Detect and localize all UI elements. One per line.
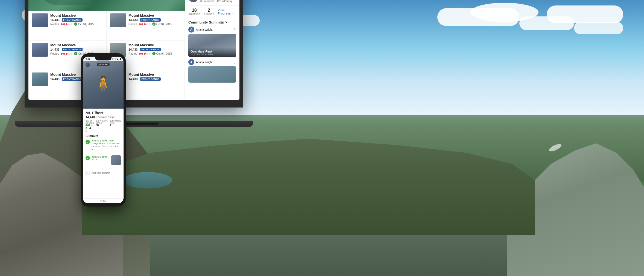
range-3: FRONT RANGE bbox=[62, 48, 83, 51]
post-user-1: A Ariana Wright bbox=[188, 27, 212, 33]
cloud-13 bbox=[574, 22, 623, 34]
phone-location-bar: Mt Elbert bbox=[96, 63, 110, 66]
mountain-item-1[interactable]: Mount Massive 14,433' FRONT RANGE Routes bbox=[28, 11, 107, 41]
app-ui: C Colorado 14ers Mountains Colorado(58) … bbox=[28, 0, 239, 100]
phone-body: 9:41 ●●● ▲ ▮ 🧍 ‹ Mt Elbert M bbox=[81, 53, 126, 207]
right-sidebar: ⛰ 🧭 C 🏔 ☁ bbox=[185, 0, 239, 100]
phone-elevation: 14,440 bbox=[86, 115, 95, 119]
phone-divider: | bbox=[96, 116, 96, 118]
phone-peak-elevation-row: 14,440 | Sawatch Range bbox=[86, 115, 121, 119]
summits-count: 18 bbox=[188, 8, 200, 13]
post-header-1: A Ariana Wright ⋮ bbox=[188, 27, 236, 33]
phone-summit-check-2: ✓ bbox=[86, 156, 90, 160]
mountain-meta-2: 14,433' FRONT RANGE bbox=[128, 18, 181, 22]
mountain-name-3: Mount Massive bbox=[50, 43, 103, 47]
community-title: Community Summits > bbox=[188, 20, 236, 24]
laptop-mockup: C Colorado 14ers Mountains Colorado(58) … bbox=[25, 0, 243, 127]
mountain-thumb-2 bbox=[110, 13, 126, 27]
post-avatar-2: A bbox=[188, 59, 194, 65]
phone-summit-item-1: ✓ January 20th, 2020 Things were a bit t… bbox=[86, 139, 121, 153]
routes-label-3: Routes bbox=[50, 52, 59, 55]
phone-stat-label-elevation: ELEVATION RANK bbox=[110, 120, 121, 124]
dot-rating-3 bbox=[61, 53, 72, 55]
phone-stat-value-difficulty: 32 bbox=[96, 124, 108, 127]
dot-3 bbox=[66, 23, 68, 25]
mountain-info-4: Mount Massive 14,433' FRONT RANGE Routes bbox=[128, 43, 181, 55]
phone-notch bbox=[95, 57, 112, 60]
mountain-item-2[interactable]: Mount Massive 14,433' FRONT RANGE Routes bbox=[107, 11, 185, 41]
ranges-count: 2 bbox=[204, 8, 215, 13]
ranges-stat: 2 RANGES bbox=[204, 8, 215, 16]
dot-4 bbox=[68, 23, 70, 25]
check-icon-3: ✓ bbox=[74, 52, 77, 55]
view-progress-link[interactable]: View Progress > bbox=[218, 8, 236, 15]
phone-add-summit[interactable]: + Add your summit bbox=[86, 170, 121, 176]
laptop-screen: C Colorado 14ers Mountains Colorado(58) … bbox=[28, 0, 239, 100]
date-badge-2: ✓ Oct 04, 2015 bbox=[152, 22, 172, 26]
cloud-12 bbox=[547, 5, 623, 23]
app-body: Leadville Malta Mount Massive Mount Mass… bbox=[28, 0, 239, 100]
routes-row-4: Routes bbox=[128, 52, 181, 55]
post-peak-meta-1: 14,271' · Oct 8, 2021 bbox=[191, 53, 234, 56]
wifi-icon: ▲ bbox=[117, 58, 119, 60]
mountain-meta-6: 14,433' FRONT RANGE bbox=[128, 77, 181, 81]
phone-summit-date-2: January 16th, 2019 bbox=[92, 155, 110, 161]
plus-icon: + bbox=[86, 171, 90, 175]
phone-hero: 🧍 ‹ Mt Elbert bbox=[83, 57, 124, 111]
mountain-info-1: Mount Massive 14,433' FRONT RANGE Routes bbox=[50, 13, 103, 26]
route-dot-3 bbox=[90, 124, 93, 126]
phone-summit-desc-1: Things were a bit trickier than expected… bbox=[92, 142, 121, 151]
elevation-4: 14,433' bbox=[128, 48, 138, 51]
routes-row-1: Routes bbox=[50, 22, 103, 26]
routes-label-2: Routes bbox=[128, 23, 137, 26]
post-menu-icon-2[interactable]: ⋮ bbox=[232, 60, 236, 64]
summits-label: SUMMITS bbox=[188, 13, 200, 16]
community-chevron-icon: > bbox=[225, 20, 227, 24]
post-header-2: A Ariana Wright ⋮ bbox=[188, 59, 236, 65]
thumb-img-1 bbox=[32, 13, 48, 27]
routes-label-1: Routes bbox=[50, 23, 59, 26]
phone-stat-difficulty: DIFFICULTY RANK 32 bbox=[96, 120, 108, 133]
post-image-1: Quandary Peak 14,271' · Oct 8, 2021 bbox=[188, 34, 236, 57]
elevation-5: 14,433' bbox=[50, 77, 60, 81]
mountain-name-6: Mount Massive bbox=[128, 72, 181, 77]
range-5: FRONT RANGE bbox=[62, 77, 83, 81]
post-avatar-1: A bbox=[188, 27, 194, 33]
dot-rating-1 bbox=[61, 23, 72, 25]
post-menu-icon-1[interactable]: ⋮ bbox=[232, 27, 236, 32]
elevation-6: 14,433' bbox=[128, 77, 138, 81]
check-icon-1: ✓ bbox=[74, 22, 77, 26]
phone-summits-title: Summits bbox=[86, 134, 121, 138]
mountain-name-2: Mount Massive bbox=[128, 13, 181, 18]
phone-stat-elevation-rank: ELEVATION RANK 1 bbox=[110, 120, 121, 133]
date-badge-1: ✓ Oct 04, 2015 bbox=[74, 22, 94, 26]
range-6: FRONT RANGE bbox=[140, 77, 161, 81]
routes-row-2: Routes bbox=[128, 22, 181, 26]
phone-time: 9:41 bbox=[86, 58, 90, 60]
phone-stat-routes: CLASS ROUTES 3 · 4 · 5 bbox=[86, 120, 95, 133]
phone-content: Mt. Elbert 14,440 | Sawatch Range CLASS … bbox=[83, 109, 124, 178]
phone-range: Sawatch Range bbox=[98, 116, 115, 118]
thumb-img-2 bbox=[110, 13, 126, 27]
phone-stat-value-elevation: 1 bbox=[110, 124, 121, 127]
signal-icon: ●●● bbox=[112, 58, 116, 60]
route-dot-2 bbox=[88, 124, 90, 126]
dot-rating-4 bbox=[139, 53, 151, 55]
range-4: FRONT RANGE bbox=[140, 48, 161, 51]
elevation-2: 14,433' bbox=[128, 18, 138, 22]
avatar-img: JH bbox=[188, 0, 198, 2]
mountain-info-6: Mount Massive 14,433' FRONT RANGE bbox=[128, 72, 181, 82]
lake bbox=[123, 172, 172, 188]
phone-peak-title: Mt. Elbert bbox=[86, 111, 121, 115]
summits-stat: 18 SUMMITS bbox=[188, 8, 200, 16]
map-container[interactable]: Leadville Malta Mount Massive Mount Mass… bbox=[28, 0, 185, 11]
mountain-thumb-1 bbox=[32, 13, 48, 27]
phone-back-button[interactable]: ‹ bbox=[86, 63, 90, 67]
dot-2 bbox=[63, 23, 65, 25]
user-profile: JH Jeremiah Harris Lvl 1 – Greenhorn 0 F… bbox=[185, 0, 239, 6]
route-dot-1 bbox=[86, 124, 88, 126]
phone-stat-label-routes: CLASS ROUTES bbox=[86, 120, 95, 124]
range-2: FRONT RANGE bbox=[140, 18, 161, 22]
thumb-img-3 bbox=[32, 43, 48, 57]
check-icon-2: ✓ bbox=[152, 22, 156, 26]
